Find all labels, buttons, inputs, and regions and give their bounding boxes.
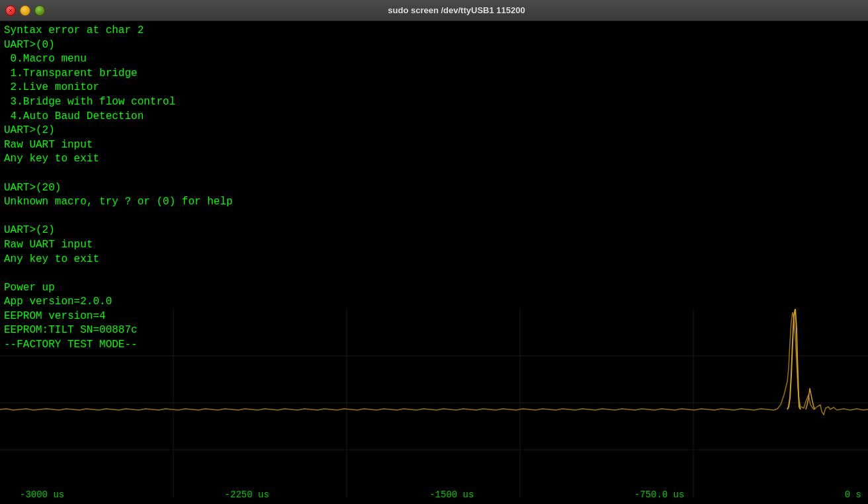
minimize-button[interactable] <box>20 5 30 16</box>
time-label-3: -1500 us <box>429 489 474 500</box>
window-title: sudo screen /dev/ttyUSB1 115200 <box>50 5 863 15</box>
time-labels-bar: -3000 us -2250 us -1500 us -750.0 us 0 s <box>0 485 868 504</box>
title-bar: ✕ sudo screen /dev/ttyUSB1 115200 <box>0 0 868 21</box>
time-label-2: -2250 us <box>225 489 269 500</box>
window-buttons: ✕ <box>5 5 45 16</box>
close-button[interactable]: ✕ <box>5 5 16 16</box>
time-label-1: -3000 us <box>20 489 64 500</box>
maximize-button[interactable] <box>34 5 45 16</box>
time-label-4: -750.0 us <box>634 489 685 500</box>
terminal-area[interactable]: Syntax error at char 2 UART>(0) 0.Macro … <box>0 21 868 504</box>
terminal-output: Syntax error at char 2 UART>(0) 0.Macro … <box>0 21 868 504</box>
time-label-5: 0 s <box>845 489 861 500</box>
